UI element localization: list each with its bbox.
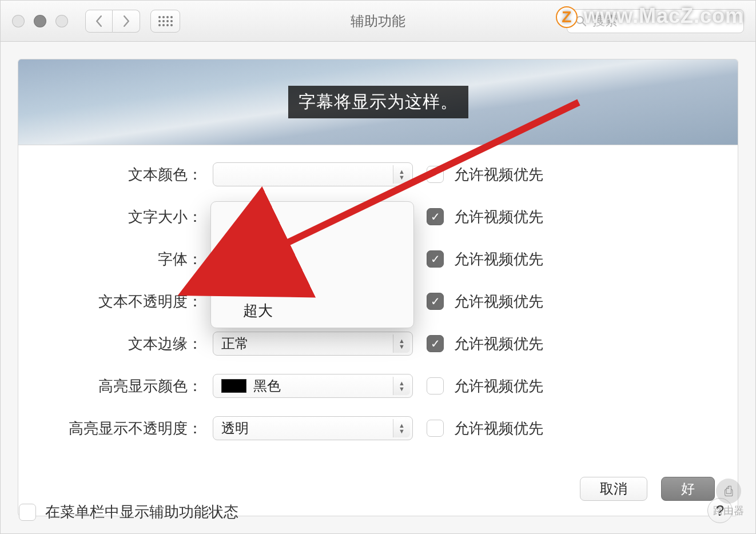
popup-text-edge[interactable]: 正常 ▲▼ [213, 332, 413, 356]
minimize-window-button[interactable] [34, 15, 46, 27]
stepper-icon: ▲▼ [393, 165, 410, 184]
label-highlight-color: 高亮显示颜色： [18, 376, 213, 396]
row-highlight-opacity: 高亮显示不透明度： 透明 ▲▼ 允许视频优先 [18, 415, 738, 441]
subtitle-preview-caption: 字幕将显示为这样。 [288, 86, 468, 118]
label-text-edge: 文本边缘： [18, 334, 213, 354]
show-all-button[interactable] [150, 10, 180, 33]
stepper-icon: ▲▼ [393, 377, 410, 395]
checkbox-label-text-size: 允许视频优先 [454, 207, 543, 227]
value-text-edge: 正常 [221, 334, 249, 353]
label-font: 字体： [18, 249, 213, 269]
dropdown-option-s[interactable]: 小 [211, 230, 413, 253]
checkbox-show-in-menubar[interactable] [19, 504, 36, 521]
row-highlight-color: 高亮显示颜色： 黑色 ▲▼ 允许视频优先 [18, 373, 738, 399]
label-text-color: 文本颜色： [18, 165, 213, 185]
watermark-badge: Z [556, 6, 578, 28]
dropdown-option-xl[interactable]: 超大 [211, 299, 413, 322]
row-text-edge: 文本边缘： 正常 ▲▼ ✓ 允许视频优先 [18, 330, 738, 357]
settings-panel: 字幕将显示为这样。 文本颜色： ▲▼ 允许视频优先 文字大小： ▲▼ ✓ 允许 [18, 59, 738, 516]
dialog-buttons: 取消 好 [580, 477, 715, 501]
back-button[interactable] [85, 10, 113, 33]
checkbox-label-text-color: 允许视频优先 [454, 165, 543, 185]
zoom-window-button[interactable] [55, 15, 68, 27]
text-size-dropdown: 超小 小 ✓中 大 超大 [210, 201, 414, 328]
checkbox-text-color[interactable] [427, 166, 444, 183]
label-text-size: 文字大小： [18, 207, 213, 227]
checkbox-font[interactable]: ✓ [427, 250, 444, 268]
preferences-window: 辅助功能 搜索 字幕将显示为这样。 文本颜色： ▲▼ 允许视频优先 文字大小： [0, 0, 756, 534]
check-icon: ✓ [224, 256, 240, 274]
checkbox-label-font: 允许视频优先 [454, 249, 543, 269]
window-controls [12, 15, 68, 27]
checkbox-label-highlight-opacity: 允许视频优先 [454, 419, 543, 439]
label-show-in-menubar: 在菜单栏中显示辅助功能状态 [45, 502, 238, 522]
checkbox-label-highlight-color: 允许视频优先 [454, 376, 543, 396]
row-text-color: 文本颜色： ▲▼ 允许视频优先 [18, 161, 738, 188]
ok-button[interactable]: 好 [661, 477, 715, 501]
statusbar-row: 在菜单栏中显示辅助功能状态 [19, 502, 238, 522]
checkbox-highlight-color[interactable] [427, 377, 444, 394]
cancel-button[interactable]: 取消 [580, 477, 647, 501]
stepper-icon: ▲▼ [393, 419, 410, 437]
popup-text-color[interactable]: ▲▼ [213, 162, 413, 186]
close-window-button[interactable] [12, 15, 25, 27]
watermark-top: Zwww.MacZ.com [556, 4, 744, 28]
grid-icon [158, 16, 173, 26]
value-highlight-opacity: 透明 [221, 419, 249, 437]
router-icon: ⎙ [716, 479, 741, 504]
dropdown-option-xs[interactable]: 超小 [211, 208, 413, 230]
forward-button[interactable] [113, 10, 140, 33]
watermark-bottom: ⎙ 路由器 [713, 479, 744, 517]
popup-highlight-opacity[interactable]: 透明 ▲▼ [213, 416, 413, 440]
dropdown-option-m[interactable]: ✓中 [211, 253, 413, 276]
nav-buttons [85, 10, 140, 33]
checkbox-label-text-edge: 允许视频优先 [454, 334, 543, 354]
popup-highlight-color[interactable]: 黑色 ▲▼ [213, 374, 413, 398]
value-highlight-color: 黑色 [253, 377, 281, 395]
label-highlight-opacity: 高亮显示不透明度： [18, 419, 213, 439]
label-text-opacity: 文本不透明度： [18, 292, 213, 312]
checkbox-text-opacity[interactable]: ✓ [427, 293, 444, 310]
dropdown-option-l[interactable]: 大 [211, 276, 413, 299]
checkbox-label-text-opacity: 允许视频优先 [454, 292, 543, 312]
checkbox-text-edge[interactable]: ✓ [427, 335, 444, 352]
checkbox-text-size[interactable]: ✓ [427, 208, 444, 225]
subtitle-preview: 字幕将显示为这样。 [18, 59, 738, 145]
color-swatch [221, 379, 246, 393]
checkbox-highlight-opacity[interactable] [427, 420, 444, 437]
stepper-icon: ▲▼ [393, 334, 410, 353]
